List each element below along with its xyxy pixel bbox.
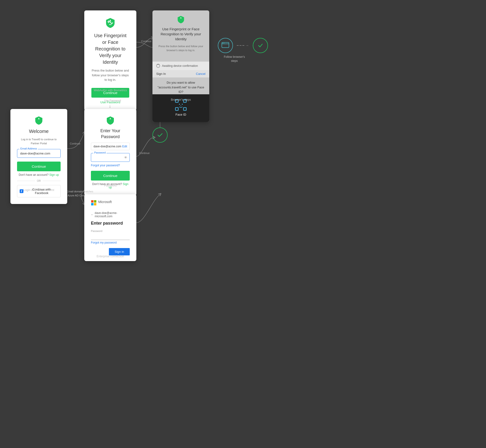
awaiting-text: Awaiting device confirmation: [162, 64, 198, 68]
browser-steps-flow: →: [218, 38, 268, 53]
enterprise-caption: Enterprise connection: [84, 255, 136, 258]
ms-brand-label: Microsoft: [98, 200, 112, 206]
svg-rect-16: [91, 200, 94, 203]
password-label: Password: [93, 151, 107, 154]
continue-top-arrow-label: Continue: [141, 40, 151, 43]
ms-field-label: Password: [91, 230, 130, 232]
email-input-group: Email Address: [17, 149, 61, 158]
webauthn-title: Use Fingerprint or Face Recognition to V…: [91, 32, 129, 65]
cancel-link[interactable]: Cancel: [196, 72, 205, 76]
microsoft-logo: Microsoft: [91, 200, 112, 206]
step-dashes: →: [237, 43, 249, 48]
password-continue-button[interactable]: Continue: [91, 171, 130, 181]
ms-email-row: ← dave-doe@acme-microsoft.com: [91, 211, 130, 218]
svg-rect-18: [91, 203, 94, 205]
loading-spinner: [156, 64, 160, 68]
checkmark-icon: [257, 42, 264, 49]
face-id-question-area: Do you want to allow "accounts.travel0.n…: [152, 78, 209, 94]
toggle-password-icon[interactable]: 👁: [124, 156, 127, 160]
email-display-row: dave-doe@acme.com Edit: [91, 143, 130, 150]
svg-point-11: [222, 43, 223, 43]
svg-point-6: [179, 104, 180, 105]
sign-up-link[interactable]: Sign up: [49, 173, 59, 176]
follow-steps-label: Follow browser's steps: [220, 55, 249, 63]
browser-top-section: Use Fingerprint or Face Recognition to V…: [152, 10, 209, 62]
face-id-question: Do you want to allow "accounts.travel0.n…: [156, 80, 205, 94]
ms-signin-button[interactable]: Sign in: [109, 248, 130, 255]
browser-title: Use Fingerprint or Face Recognition to V…: [158, 26, 204, 41]
continue-right-arrow-label: Continue: [139, 152, 150, 154]
ms-forgot-link[interactable]: Forgot my password: [91, 241, 130, 244]
browser-brand-logo: [177, 15, 185, 24]
sign-in-label: Sign In: [156, 72, 166, 76]
webauthn-caption: WebAuthn with Biometrics: [84, 88, 136, 92]
ms-header: Microsoft: [91, 200, 130, 208]
login-subtitle: Log in to Travel0 to continue to Partner…: [17, 137, 61, 145]
password-card: Enter Your Password dave-doe@acme.com Ed…: [84, 109, 136, 196]
arrow-right-icon: →: [245, 43, 249, 48]
browser-caption: Browser's steps: [152, 98, 209, 101]
face-id-label: Face ID: [158, 113, 204, 116]
svg-rect-5: [183, 108, 186, 110]
browser-step-icon: [218, 38, 233, 53]
password-title: Enter Your Password: [91, 128, 130, 140]
login-title: Welcome: [17, 128, 61, 135]
success-circle: [152, 128, 168, 143]
password-brand-logo: [106, 116, 115, 125]
password-input-group: Password 👁: [91, 153, 130, 162]
svg-point-12: [224, 43, 224, 43]
signin-bar: Sign In Cancel: [152, 70, 209, 78]
login-brand-logo: [34, 116, 44, 125]
svg-point-7: [182, 104, 183, 105]
password-caption: Password: [84, 184, 136, 187]
browser-window-icon: [222, 42, 229, 49]
continue-mid-arrow-label: Continue: [70, 142, 80, 145]
brand-logo: [105, 17, 116, 28]
down-arrow-icon: ↓: [109, 104, 111, 109]
success-checkmark-icon: [156, 131, 164, 139]
ms-card-title: Enter password: [91, 221, 130, 226]
email-input[interactable]: [17, 149, 61, 158]
ms-email-display: dave-doe@acme-microsoft.com: [95, 211, 130, 218]
ms-password-input[interactable]: [91, 233, 130, 240]
dont-have-account: Don't have an account? Sign up: [17, 173, 61, 176]
use-password-arrow-label: Use Password: [104, 99, 121, 102]
svg-rect-17: [94, 200, 96, 203]
enterprise-card: Microsoft ← dave-doe@acme-microsoft.com …: [84, 194, 136, 261]
awaiting-bar: Awaiting device confirmation: [152, 62, 209, 70]
ms-logo-icon: [91, 200, 97, 206]
webauthn-subtitle: Press the button below and follow your b…: [91, 68, 129, 82]
login-continue-button[interactable]: Continue: [17, 161, 61, 171]
webauthn-card: Use Fingerprint or Face Recognition to V…: [84, 10, 136, 111]
browser-card: Use Fingerprint or Face Recognition to V…: [152, 10, 209, 122]
step-complete-icon: [253, 38, 268, 53]
or-divider: OR: [17, 179, 61, 182]
forgot-password-link[interactable]: Forgot your password?: [91, 164, 130, 167]
back-arrow-icon: ←: [91, 213, 94, 216]
email-label: Email Address: [19, 147, 38, 150]
svg-rect-19: [94, 203, 96, 205]
edit-link[interactable]: Edit: [122, 145, 127, 148]
browser-subtitle: Press the button below and follow your b…: [158, 44, 204, 52]
email-display: dave-doe@acme.com: [94, 145, 121, 148]
login-caption: Login with Identifier First: [10, 188, 67, 192]
svg-rect-4: [175, 108, 178, 110]
